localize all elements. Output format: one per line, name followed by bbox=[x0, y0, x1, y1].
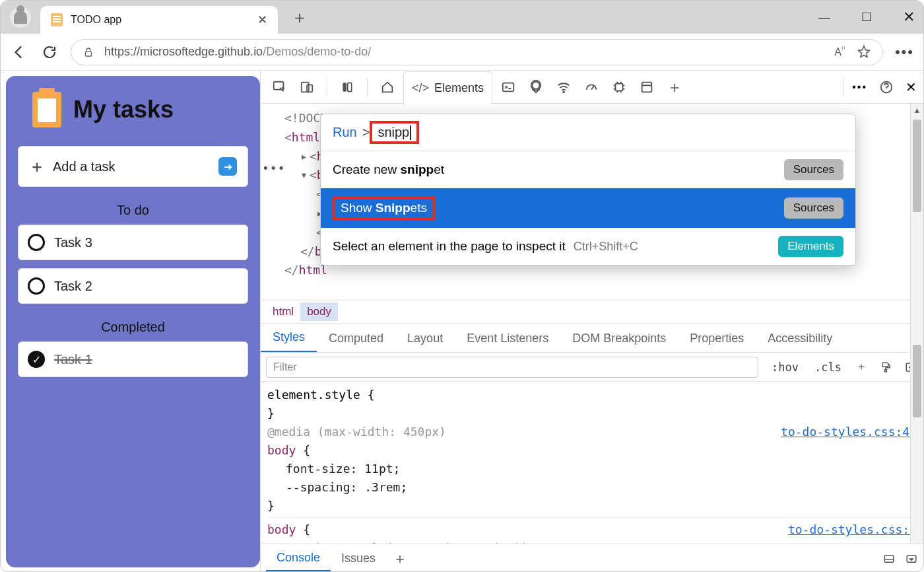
lock-icon bbox=[83, 46, 95, 58]
svg-rect-3 bbox=[307, 85, 312, 92]
command-menu: Run > snipp Create new snippet Sources S… bbox=[320, 114, 856, 266]
window-titlebar: TODO app ✕ ＋ ― ☐ ✕ bbox=[1, 1, 923, 34]
styles-toolbar: Filter :hov .cls ＋ bbox=[261, 353, 923, 382]
new-style-rule-icon[interactable]: ＋ bbox=[849, 360, 873, 374]
dom-breadcrumb[interactable]: html body bbox=[261, 300, 923, 324]
new-tab-button[interactable]: ＋ bbox=[291, 6, 308, 29]
browser-toolbar: https://microsoftedge.github.io/Demos/de… bbox=[1, 34, 923, 71]
command-option-selected[interactable]: Show Snippets Sources bbox=[321, 188, 855, 228]
breadcrumb-item[interactable]: body bbox=[300, 303, 338, 321]
issues-drawer-tab[interactable]: Issues bbox=[331, 546, 386, 571]
task-item-completed[interactable]: ✓ Task 1 bbox=[18, 341, 248, 377]
expand-drawer-icon[interactable] bbox=[905, 553, 918, 565]
drawer-icon[interactable] bbox=[882, 553, 896, 565]
browser-menu-button[interactable]: ••• bbox=[895, 44, 914, 61]
task-item[interactable]: Task 2 bbox=[18, 268, 248, 304]
svg-rect-5 bbox=[348, 83, 352, 91]
url-text: https://microsoftedge.github.io/Demos/de… bbox=[104, 45, 371, 59]
task-checkbox-icon[interactable] bbox=[28, 234, 45, 251]
styles-tabs: Styles Computed Layout Event Listeners D… bbox=[261, 324, 923, 353]
network-tab-icon[interactable] bbox=[552, 75, 576, 99]
computed-tab[interactable]: Computed bbox=[317, 325, 395, 352]
command-badge: Sources bbox=[784, 197, 843, 219]
svg-rect-6 bbox=[503, 83, 514, 91]
todo-section-label: To do bbox=[18, 203, 248, 218]
browser-tab[interactable]: TODO app ✕ bbox=[40, 6, 278, 34]
task-item[interactable]: Task 3 bbox=[18, 225, 248, 260]
memory-tab-icon[interactable] bbox=[607, 75, 631, 99]
favorite-icon[interactable] bbox=[857, 45, 871, 58]
css-source-link[interactable]: to-do-styles.css:1 bbox=[788, 520, 917, 539]
svg-rect-12 bbox=[882, 363, 888, 367]
breadcrumb-item[interactable]: html bbox=[266, 303, 300, 321]
sources-tab-icon[interactable] bbox=[524, 75, 548, 99]
minimize-button[interactable]: ― bbox=[816, 11, 832, 24]
svg-rect-0 bbox=[85, 52, 91, 56]
command-shortcut: Ctrl+Shift+C bbox=[574, 240, 638, 254]
close-window-button[interactable]: ✕ bbox=[901, 9, 917, 26]
window-controls: ― ☐ ✕ bbox=[816, 1, 917, 34]
svg-rect-10 bbox=[642, 82, 652, 92]
completed-section-label: Completed bbox=[18, 320, 248, 335]
profile-avatar[interactable] bbox=[10, 7, 31, 28]
hov-toggle[interactable]: :hov bbox=[764, 361, 807, 374]
command-badge: Elements bbox=[778, 236, 843, 257]
command-option[interactable]: Select an element in the page to inspect… bbox=[321, 228, 855, 265]
more-tabs-button[interactable]: ＋ bbox=[663, 75, 686, 99]
command-option[interactable]: Create new snippet Sources bbox=[321, 151, 855, 188]
task-checked-icon[interactable]: ✓ bbox=[28, 351, 45, 368]
task-checkbox-icon[interactable] bbox=[28, 277, 45, 295]
application-tab-icon[interactable] bbox=[635, 75, 659, 99]
devtools-toolbar: </> Elements ＋ ••• ✕ bbox=[261, 71, 923, 104]
svg-point-8 bbox=[563, 91, 564, 92]
command-badge: Sources bbox=[784, 159, 843, 180]
cls-toggle[interactable]: .cls bbox=[807, 361, 849, 374]
css-source-link[interactable]: to-do-styles.css:40 bbox=[781, 423, 917, 441]
command-input-row[interactable]: Run > snipp bbox=[321, 114, 855, 151]
refresh-button[interactable] bbox=[40, 43, 59, 61]
add-task-input[interactable]: ＋ Add a task ➔ bbox=[18, 146, 248, 187]
elements-tab-label: Elements bbox=[434, 81, 484, 95]
properties-tab[interactable]: Properties bbox=[678, 325, 756, 352]
command-input[interactable]: snipp bbox=[370, 121, 419, 144]
help-icon[interactable] bbox=[879, 80, 894, 94]
styles-tab[interactable]: Styles bbox=[261, 324, 317, 352]
read-aloud-icon[interactable]: A⁾⁾ bbox=[834, 45, 845, 58]
css-rules-pane[interactable]: element.style { } @media (max-width: 450… bbox=[261, 382, 923, 544]
console-tab-icon[interactable] bbox=[496, 75, 520, 99]
back-button[interactable] bbox=[10, 43, 28, 61]
task-label: Task 2 bbox=[54, 279, 92, 294]
clipboard-icon bbox=[32, 92, 61, 127]
code-icon: </> bbox=[412, 81, 429, 95]
svg-rect-9 bbox=[616, 83, 623, 90]
inspect-element-icon[interactable] bbox=[267, 75, 291, 99]
paint-icon[interactable] bbox=[873, 361, 898, 373]
submit-task-button[interactable]: ➔ bbox=[218, 157, 237, 176]
styles-filter-input[interactable]: Filter bbox=[266, 357, 758, 378]
task-label: Task 1 bbox=[54, 352, 92, 367]
event-listeners-tab[interactable]: Event Listeners bbox=[455, 325, 560, 352]
devtools-menu-icon[interactable]: ••• bbox=[852, 81, 867, 93]
console-drawer-tab[interactable]: Console bbox=[266, 546, 331, 571]
address-bar[interactable]: https://microsoftedge.github.io/Demos/de… bbox=[71, 39, 883, 65]
devtools-drawer: Console Issues ＋ bbox=[261, 544, 923, 572]
layout-tab[interactable]: Layout bbox=[395, 325, 455, 352]
run-label: Run bbox=[333, 125, 357, 140]
elements-tab[interactable]: </> Elements bbox=[403, 71, 492, 104]
app-title: My tasks bbox=[73, 96, 174, 124]
svg-rect-1 bbox=[274, 81, 284, 89]
device-toolbar-icon[interactable] bbox=[295, 75, 319, 99]
scrollbar[interactable]: ▲ bbox=[910, 104, 923, 544]
dom-breakpoints-tab[interactable]: DOM Breakpoints bbox=[560, 325, 678, 352]
close-devtools-icon[interactable]: ✕ bbox=[906, 79, 917, 95]
add-drawer-tab-icon[interactable]: ＋ bbox=[386, 549, 414, 569]
maximize-button[interactable]: ☐ bbox=[859, 10, 874, 24]
close-tab-icon[interactable]: ✕ bbox=[257, 13, 267, 27]
tab-title: TODO app bbox=[71, 14, 121, 26]
todo-app-panel: My tasks ＋ Add a task ➔ To do Task 3 Tas… bbox=[6, 76, 260, 567]
accessibility-tab[interactable]: Accessibility bbox=[756, 325, 844, 352]
welcome-icon[interactable] bbox=[376, 75, 399, 99]
panel-icon[interactable] bbox=[335, 75, 359, 99]
performance-tab-icon[interactable] bbox=[579, 75, 603, 99]
add-task-placeholder: Add a task bbox=[53, 159, 116, 174]
